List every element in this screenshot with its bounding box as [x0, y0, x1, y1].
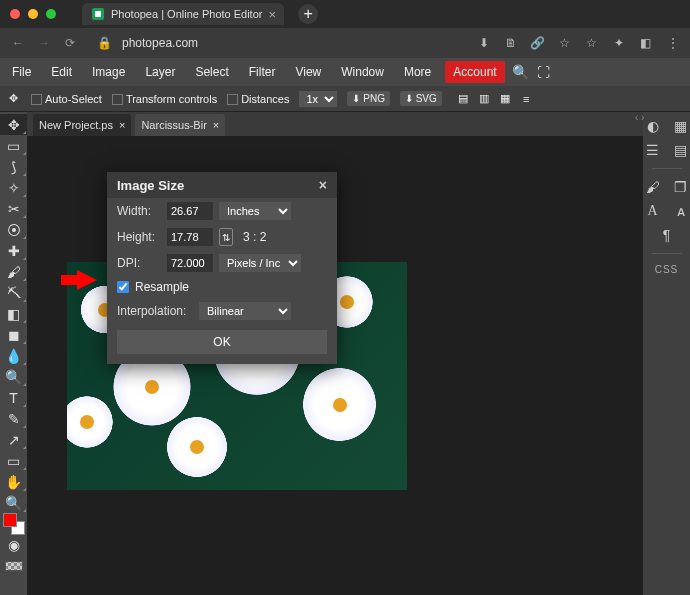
stamp-tool[interactable]: ⛏: [0, 282, 27, 303]
align-left-icon[interactable]: ▤: [456, 91, 471, 106]
doc-tab-new-project[interactable]: New Project.ps ×: [33, 114, 131, 136]
dialog-header[interactable]: Image Size ×: [107, 172, 337, 198]
properties-panel-icon[interactable]: ▤: [672, 142, 690, 158]
menu-window[interactable]: Window: [335, 61, 390, 83]
share-icon[interactable]: 🔗: [530, 36, 545, 51]
menu-view[interactable]: View: [289, 61, 327, 83]
menu-file[interactable]: File: [6, 61, 37, 83]
wand-tool[interactable]: ✧: [0, 177, 27, 198]
width-label: Width:: [117, 204, 161, 218]
adjustments-panel-icon[interactable]: ☰: [644, 142, 662, 158]
page-icon[interactable]: 🗎: [503, 36, 518, 51]
browser-tab[interactable]: Photopea | Online Photo Editor ×: [82, 3, 284, 25]
bookmark-icon[interactable]: ☆: [557, 36, 572, 51]
align-right-icon[interactable]: ▦: [498, 91, 513, 106]
minimize-window-icon[interactable]: [28, 9, 38, 19]
path-tool[interactable]: ↗: [0, 429, 27, 450]
distribute-icon[interactable]: ≡: [519, 91, 534, 106]
layers-panel-icon[interactable]: ❐: [672, 179, 690, 195]
transform-controls-toggle[interactable]: Transform controls: [112, 93, 217, 105]
panel-handle-icon[interactable]: ‹ ›: [635, 112, 644, 123]
width-input[interactable]: [167, 202, 213, 220]
crop-tool[interactable]: ✂: [0, 198, 27, 219]
history-panel-icon[interactable]: ◐: [644, 118, 662, 134]
menu-image[interactable]: Image: [86, 61, 131, 83]
screenmode-tool[interactable]: [0, 555, 27, 576]
interp-label: Interpolation:: [117, 304, 193, 318]
zoom-select[interactable]: 1x: [299, 91, 337, 107]
height-input[interactable]: [167, 228, 213, 246]
menu-more[interactable]: More: [398, 61, 437, 83]
brush-tool[interactable]: 🖌: [0, 261, 27, 282]
gradient-tool[interactable]: ◼: [0, 324, 27, 345]
ok-button[interactable]: OK: [117, 330, 327, 354]
close-tab-icon[interactable]: ×: [268, 7, 276, 22]
reload-icon[interactable]: ⟳: [62, 36, 78, 50]
dpi-input[interactable]: [167, 254, 213, 272]
interpolation-select[interactable]: Bilinear: [199, 302, 291, 320]
brushes-panel-icon[interactable]: 🖌: [644, 179, 662, 195]
heal-tool[interactable]: ✚: [0, 240, 27, 261]
marquee-tool[interactable]: ▭: [0, 135, 27, 156]
quickmask-tool[interactable]: ◉: [0, 534, 27, 555]
character-panel-icon[interactable]: A: [644, 203, 662, 219]
glyphs-panel-icon[interactable]: ᴀ: [672, 203, 690, 219]
pen-tool[interactable]: ✎: [0, 408, 27, 429]
lasso-tool[interactable]: ⟆: [0, 156, 27, 177]
resample-checkbox[interactable]: [117, 281, 129, 293]
back-icon[interactable]: ←: [10, 36, 26, 50]
doc-tab-narcissus[interactable]: Narcissus-Bir ×: [135, 114, 225, 136]
move-tool-icon: ✥: [6, 91, 21, 106]
forward-icon[interactable]: →: [36, 36, 52, 50]
link-dimensions-icon[interactable]: ⇅: [219, 228, 233, 246]
url-text[interactable]: photopea.com: [122, 36, 198, 50]
extensions-icon[interactable]: ✦: [611, 36, 626, 51]
close-icon[interactable]: ×: [119, 119, 125, 131]
fullscreen-icon[interactable]: ⛶: [536, 65, 551, 80]
css-panel-label[interactable]: CSS: [655, 264, 679, 275]
right-panel: ‹ › ◐ ▦ ☰ ▤ 🖌 ❐ A ᴀ ¶ CSS: [643, 112, 690, 595]
search-icon[interactable]: 🔍: [513, 65, 528, 80]
annotation-arrow-icon: [77, 270, 97, 290]
menu-filter[interactable]: Filter: [243, 61, 282, 83]
auto-select-toggle[interactable]: Auto-Select: [31, 93, 102, 105]
export-png-button[interactable]: ⬇ PNG: [347, 91, 389, 106]
swatches-panel-icon[interactable]: ▦: [672, 118, 690, 134]
color-swatch[interactable]: [0, 513, 27, 534]
distances-toggle[interactable]: Distances: [227, 93, 289, 105]
install-icon[interactable]: ⬇: [476, 36, 491, 51]
sidepanel-icon[interactable]: ◧: [638, 36, 653, 51]
dialog-title: Image Size: [117, 178, 184, 193]
browser-url-bar: ← → ⟳ 🔒 photopea.com ⬇ 🗎 🔗 ☆ ☆ ✦ ◧ ⋮: [0, 28, 690, 58]
move-tool[interactable]: ✥: [0, 114, 27, 135]
blur-tool[interactable]: 💧: [0, 345, 27, 366]
close-window-icon[interactable]: [10, 9, 20, 19]
dpi-units-select[interactable]: Pixels / Inch: [219, 254, 301, 272]
resample-label: Resample: [135, 280, 189, 294]
dodge-tool[interactable]: 🔍: [0, 366, 27, 387]
menu-edit[interactable]: Edit: [45, 61, 78, 83]
width-units-select[interactable]: Inches: [219, 202, 291, 220]
export-svg-button[interactable]: ⬇ SVG: [400, 91, 442, 106]
type-tool[interactable]: T: [0, 387, 27, 408]
new-tab-button[interactable]: +: [298, 4, 318, 24]
account-button[interactable]: Account: [445, 61, 504, 83]
option-bar: ✥ Auto-Select Transform controls Distanc…: [0, 86, 690, 112]
close-icon[interactable]: ×: [213, 119, 219, 131]
eraser-tool[interactable]: ◧: [0, 303, 27, 324]
shape-tool[interactable]: ▭: [0, 450, 27, 471]
align-center-icon[interactable]: ▥: [477, 91, 492, 106]
hand-tool[interactable]: ✋: [0, 471, 27, 492]
close-dialog-icon[interactable]: ×: [319, 177, 327, 193]
star-icon[interactable]: ☆: [584, 36, 599, 51]
browser-tab-title: Photopea | Online Photo Editor: [111, 8, 262, 20]
maximize-window-icon[interactable]: [46, 9, 56, 19]
eyedropper-tool[interactable]: ⦿: [0, 219, 27, 240]
menu-icon[interactable]: ⋮: [665, 36, 680, 51]
favicon-icon: [90, 7, 105, 22]
tool-sidebar: ✥ ▭ ⟆ ✧ ✂ ⦿ ✚ 🖌 ⛏ ◧ ◼ 💧 🔍 T ✎ ↗ ▭ ✋ 🔍 ◉: [0, 112, 27, 595]
menu-select[interactable]: Select: [189, 61, 234, 83]
menu-layer[interactable]: Layer: [139, 61, 181, 83]
zoom-tool[interactable]: 🔍: [0, 492, 27, 513]
paragraph-panel-icon[interactable]: ¶: [658, 227, 676, 243]
